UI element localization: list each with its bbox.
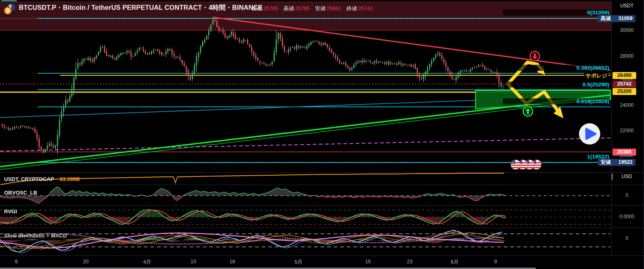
obv-line-seg <box>146 196 147 197</box>
candle-up <box>196 57 197 66</box>
candle-down <box>380 62 381 63</box>
candle-down <box>349 68 350 70</box>
candle-up <box>102 47 103 47</box>
fib-level-label[interactable]: 1(19522) <box>503 154 609 160</box>
obv-line-seg <box>97 193 98 194</box>
ohlc-item: 安値25661 <box>315 5 341 12</box>
obv-line-seg <box>346 196 347 197</box>
obv-line-seg <box>301 193 302 194</box>
pane-separator[interactable] <box>0 205 644 206</box>
time-axis-label[interactable]: 6 <box>15 259 18 264</box>
candle-down <box>453 79 455 80</box>
obv-line-seg <box>241 193 242 194</box>
pane-separator[interactable] <box>0 185 644 185</box>
candle-down <box>394 63 395 64</box>
support-resistance-label[interactable]: サポレジ <box>584 72 608 79</box>
candle-up <box>139 47 140 50</box>
candle-up <box>231 32 232 35</box>
obv-line-seg <box>337 197 338 197</box>
time-axis-label[interactable]: 20 <box>83 259 89 264</box>
candles[interactable] <box>2 19 510 154</box>
candle-up <box>47 146 48 149</box>
us-flag-icon[interactable] <box>510 159 521 170</box>
candle-down <box>241 41 242 43</box>
pane-separator[interactable] <box>0 172 644 173</box>
obv-line-seg <box>213 192 214 192</box>
obv-line-seg <box>210 192 211 193</box>
candle-up <box>71 89 72 97</box>
cryptocap-axis-tick <box>612 174 613 180</box>
candle-down <box>476 67 477 68</box>
candle-down <box>329 48 330 50</box>
time-axis-label[interactable]: 9 <box>494 259 497 264</box>
candle-down <box>128 51 130 52</box>
obv-line-seg <box>186 194 186 194</box>
purple-dashed-trendline[interactable] <box>0 138 610 151</box>
obv-line-seg <box>103 193 104 193</box>
price-axis[interactable]: USDT 300002800026000240002200020000 USD … <box>612 0 644 269</box>
time-axis-label[interactable]: 18 <box>229 259 235 264</box>
candle-up <box>98 52 99 55</box>
obv-line-seg <box>473 200 474 201</box>
obv-line-seg <box>334 197 334 198</box>
time-axis-label[interactable]: 6月 <box>451 259 458 266</box>
ohlc-value: 25742 <box>358 5 372 11</box>
time-axis-label[interactable]: 23 <box>407 259 413 264</box>
obv-line-seg <box>263 194 264 194</box>
obv-line-seg <box>332 197 333 197</box>
obv-line-seg <box>119 194 120 194</box>
pane-title-rvgi[interactable]: RVGI <box>4 208 17 215</box>
obv-line-seg <box>279 189 280 189</box>
candle-down <box>79 63 81 64</box>
fib-level-label[interactable]: 0.618(23929) <box>503 98 609 104</box>
time-axis-label[interactable]: 15 <box>365 259 371 264</box>
candle-down <box>439 53 440 56</box>
obv-line-seg <box>132 195 132 196</box>
candle-down <box>90 58 91 61</box>
obv-line-seg <box>482 197 482 198</box>
time-axis-label[interactable]: 5月 <box>294 259 302 266</box>
time-axis-label[interactable]: 4月 <box>143 259 151 266</box>
candle-down <box>186 66 187 72</box>
pane-title-stoch-macd[interactable]: Slow Stochastic + MACD <box>4 233 67 239</box>
symbol-title[interactable]: BTCUSDT.P・Bitcoin / TetherUS PERPETUAL C… <box>19 4 263 12</box>
obv-line-seg <box>264 193 265 194</box>
obv-line-seg <box>44 199 45 199</box>
low-badge-value: 19522 <box>618 159 633 166</box>
obv-line-seg <box>30 200 31 200</box>
pane-title-cryptocap[interactable]: USDT, CRYPTOCAP83.399B <box>4 176 80 182</box>
obv-line-seg <box>114 194 115 195</box>
obv-line-seg <box>129 194 130 195</box>
fib-level-label[interactable]: 0.382(26652) <box>503 65 609 71</box>
candle-down <box>331 50 332 53</box>
candle-up <box>357 61 359 63</box>
candle-up <box>210 25 211 31</box>
obv-line-seg <box>465 197 466 197</box>
obv-line-seg <box>146 196 146 197</box>
pane-title-obvosc[interactable]: OBVOSC_LB <box>4 190 37 196</box>
candle-down <box>390 62 391 63</box>
obv-line-seg <box>138 195 139 196</box>
candle-up <box>466 70 467 71</box>
candle-up <box>384 62 385 63</box>
candle-down <box>28 127 29 128</box>
obv-line-seg <box>480 198 481 199</box>
candle-down <box>43 149 44 152</box>
obv-line-seg <box>29 199 30 200</box>
candle-down <box>482 65 483 67</box>
candle-up <box>100 47 101 52</box>
candle-up <box>276 39 277 52</box>
fib-level-label[interactable]: 0.5(25290) <box>503 81 609 88</box>
obv-line-seg <box>218 193 218 193</box>
obv-line-seg <box>307 195 308 196</box>
candle-down <box>500 82 502 86</box>
trading-chart-canvas[interactable] <box>0 0 644 269</box>
obv-line-seg <box>68 192 69 193</box>
candle-down <box>30 128 31 128</box>
candle-down <box>464 71 465 71</box>
pane-separator[interactable] <box>0 228 644 228</box>
candle-down <box>411 65 412 66</box>
time-axis-label[interactable]: 10 <box>191 259 196 264</box>
obv-line-seg <box>364 197 365 197</box>
time-axis[interactable]: 6204月10185月15236月9 <box>0 256 644 269</box>
